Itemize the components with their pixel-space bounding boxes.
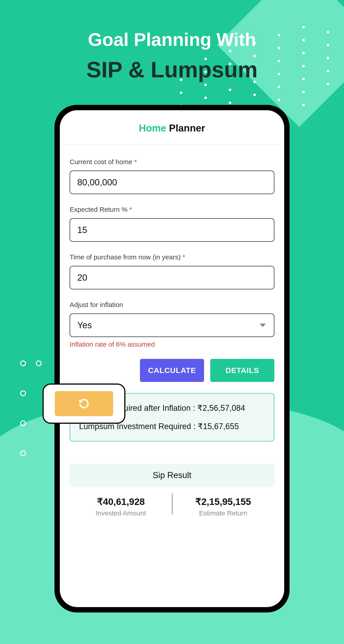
hero-subtitle: Goal Planning With bbox=[0, 29, 344, 50]
field-label: Adjust for inflation bbox=[70, 301, 274, 308]
sip-result-heading: Sip Result bbox=[70, 464, 274, 487]
reset-button[interactable] bbox=[55, 391, 113, 416]
sip-columns: ₹40,61,928 Invested Amount ₹2,15,95,155 … bbox=[70, 496, 274, 517]
field-expected-return: Expected Return % * bbox=[70, 206, 274, 242]
sip-return-value: ₹2,15,95,155 bbox=[172, 496, 274, 507]
sip-invested-label: Invested Amount bbox=[70, 510, 172, 517]
refresh-icon bbox=[79, 398, 89, 409]
field-inflation: Adjust for inflation Yes Inflation rate … bbox=[70, 301, 274, 348]
field-label: Time of purchase from now (in years) * bbox=[70, 253, 274, 261]
current-cost-input[interactable] bbox=[70, 170, 274, 194]
sip-return: ₹2,15,95,155 Estimate Return bbox=[172, 496, 274, 517]
action-row: CALCULATE DETAILS bbox=[70, 359, 274, 382]
app-screen: Home Planner Current cost of home * Expe… bbox=[60, 110, 284, 607]
sip-invested: ₹40,61,928 Invested Amount bbox=[70, 496, 172, 517]
decorative-circles bbox=[20, 349, 26, 469]
calculate-button[interactable]: CALCULATE bbox=[140, 359, 204, 382]
chevron-down-icon bbox=[260, 324, 266, 327]
reset-slot bbox=[70, 359, 134, 382]
field-current-cost: Current cost of home * bbox=[70, 158, 274, 194]
hero-title: SIP & Lumpsum bbox=[0, 57, 344, 82]
field-label: Current cost of home * bbox=[70, 158, 274, 166]
field-time-years: Time of purchase from now (in years) * bbox=[70, 253, 274, 289]
label-text: Time of purchase from now (in years) bbox=[70, 253, 183, 261]
field-label: Expected Return % * bbox=[70, 206, 274, 213]
divider bbox=[60, 144, 284, 145]
reset-card bbox=[43, 384, 125, 424]
label-text: Expected Return % bbox=[70, 206, 129, 213]
decorative-circles bbox=[36, 349, 42, 379]
inflation-select[interactable]: Yes bbox=[70, 314, 274, 337]
page-title-base: Planner bbox=[166, 122, 205, 134]
separator bbox=[172, 494, 173, 514]
inflation-hint: Inflation rate of 6% assumed bbox=[70, 340, 274, 348]
expected-return-input[interactable] bbox=[70, 218, 274, 242]
details-button[interactable]: DETAILS bbox=[210, 359, 274, 382]
required-mark: * bbox=[134, 158, 137, 166]
page-title: Home Planner bbox=[70, 119, 274, 144]
required-mark: * bbox=[129, 206, 132, 213]
label-text: Current cost of home bbox=[70, 158, 134, 166]
phone-frame: Home Planner Current cost of home * Expe… bbox=[54, 105, 290, 612]
time-years-input[interactable] bbox=[70, 266, 274, 289]
sip-invested-value: ₹40,61,928 bbox=[70, 496, 172, 507]
required-mark: * bbox=[183, 253, 185, 261]
page-title-accent: Home bbox=[139, 122, 166, 134]
sip-return-label: Estimate Return bbox=[172, 510, 274, 517]
